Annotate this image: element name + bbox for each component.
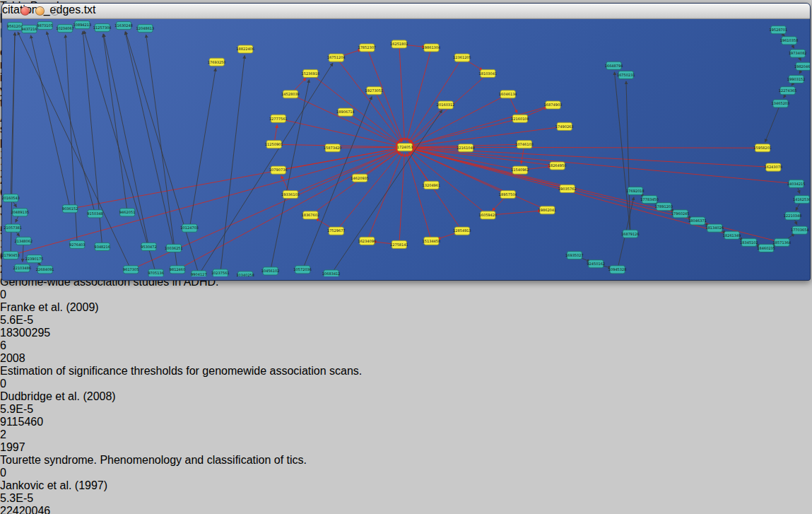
graph-node[interactable]: 10572036: [293, 266, 312, 274]
graph-node[interactable]: 22684091: [36, 266, 54, 274]
zoom-window-button[interactable]: [50, 6, 59, 16]
graph-node[interactable]: 9812460: [170, 266, 185, 274]
graph-node[interactable]: 17529677: [327, 227, 346, 235]
graph-node[interactable]: 15134458: [423, 237, 441, 245]
graph-node[interactable]: 1724053: [397, 144, 413, 151]
table-cell[interactable]: 0: [0, 378, 812, 390]
graph-node[interactable]: 13465203: [772, 100, 790, 107]
graph-node[interactable]: 21348062: [15, 237, 33, 245]
graph-node[interactable]: 11257304: [93, 24, 112, 32]
graph-node[interactable]: 14528039: [281, 90, 300, 98]
graph-canvas[interactable]: 1724053162518021986130412361205181030411…: [2, 19, 810, 276]
graph-node[interactable]: 19336103: [281, 190, 300, 198]
graph-node[interactable]: 9530472: [141, 243, 156, 250]
graph-node[interactable]: 21057381: [4, 224, 22, 232]
table-cell[interactable]: 0: [0, 467, 812, 479]
graph-node[interactable]: 10340258: [236, 271, 254, 277]
graph-node[interactable]: 13204961: [423, 181, 441, 189]
graph-node[interactable]: 11540962: [511, 166, 529, 174]
graph-node[interactable]: 16059420: [479, 211, 498, 219]
graph-node[interactable]: 19862041: [539, 206, 557, 214]
graph-node[interactable]: 9348216: [94, 243, 110, 250]
graph-node[interactable]: 18134026: [705, 224, 724, 232]
graph-node[interactable]: 20160543: [2, 194, 20, 202]
close-window-button[interactable]: [20, 6, 30, 16]
graph-node[interactable]: 9150348: [87, 210, 102, 218]
graph-node[interactable]: 9904127: [191, 271, 206, 277]
graph-node[interactable]: 18460235: [757, 244, 775, 252]
graph-node[interactable]: 18957504: [499, 190, 517, 198]
graph-node[interactable]: 20160312: [437, 101, 455, 109]
graph-node[interactable]: 10456102: [261, 267, 280, 275]
table-cell[interactable]: 5.3E-5: [0, 492, 812, 505]
graph-node[interactable]: 12274365: [779, 87, 797, 95]
graph-node[interactable]: 21790453: [2, 252, 20, 259]
graph-node[interactable]: 12361205: [453, 54, 471, 62]
table-cell[interactable]: Tourette syndrome. Phenomenology and cla…: [0, 454, 812, 467]
table-cell[interactable]: Franke et al. (2009): [0, 301, 812, 314]
table-cell[interactable]: 2: [0, 428, 812, 441]
table-row[interactable]: 2242004622012Investigating the contribut…: [0, 505, 812, 514]
graph-node[interactable]: 15236918: [301, 69, 319, 77]
graph-node[interactable]: 15873420: [324, 144, 342, 152]
graph-node[interactable]: 12758141: [390, 240, 408, 248]
graph-node[interactable]: 15958201: [753, 144, 772, 152]
graph-node[interactable]: 14034215: [787, 180, 806, 187]
graph-node[interactable]: 18822406: [236, 45, 254, 53]
table-row[interactable]: 1830029562008Estimation of significance …: [0, 327, 812, 416]
graph-node[interactable]: 16046134: [499, 90, 517, 98]
graph-node[interactable]: 11250901: [265, 141, 283, 148]
graph-node[interactable]: 19273051: [365, 87, 384, 95]
window-titlebar[interactable]: citations_edges.txt: [2, 4, 810, 19]
graph-node[interactable]: 10036251: [165, 244, 183, 252]
graph-node[interactable]: 19610358: [780, 37, 799, 45]
graph-node[interactable]: 10894213: [73, 21, 92, 29]
graph-node[interactable]: 16935027: [565, 252, 584, 259]
graph-node[interactable]: 18103041: [479, 69, 498, 77]
graph-node[interactable]: 18261349: [723, 231, 741, 239]
graph-node[interactable]: 9462051: [119, 209, 135, 216]
graph-node[interactable]: 16874903: [544, 101, 563, 109]
graph-node[interactable]: 18906714: [336, 108, 355, 116]
table-row[interactable]: 911546021997Tourette syndrome. Phenomeno…: [0, 416, 812, 505]
graph-node[interactable]: 10683412: [322, 270, 341, 277]
graph-node[interactable]: 9561204: [7, 23, 23, 30]
graph-node[interactable]: 12210348: [784, 212, 802, 220]
graph-node[interactable]: 19035762: [558, 185, 577, 192]
graph-node[interactable]: 17891203: [655, 203, 673, 211]
graph-node[interactable]: 19903152: [787, 75, 806, 83]
graph-node[interactable]: 10234067: [56, 25, 74, 33]
graph-node[interactable]: 17960245: [671, 210, 690, 218]
graph-node[interactable]: 17703654: [791, 226, 809, 234]
table-cell[interactable]: 5.6E-5: [0, 314, 812, 327]
graph-node[interactable]: 12854913: [453, 227, 471, 235]
graph-node[interactable]: 19820463: [794, 62, 810, 70]
graph-node[interactable]: 9705136: [148, 269, 163, 277]
graph-node[interactable]: 9437216: [21, 25, 37, 33]
graph-node[interactable]: 9873105: [37, 22, 52, 30]
graph-node[interactable]: 10746103: [515, 141, 534, 148]
table-cell[interactable]: 1997: [0, 441, 812, 454]
graph-node[interactable]: 11630248: [114, 22, 133, 30]
graph-node[interactable]: 18345102: [740, 238, 758, 246]
graph-node[interactable]: 12160108: [511, 115, 529, 122]
graph-node[interactable]: 10124703: [180, 224, 199, 232]
graph-node[interactable]: 18571364: [773, 238, 792, 246]
graph-node[interactable]: 22103486: [13, 264, 31, 272]
graph-node[interactable]: 92450162: [587, 260, 605, 268]
graph-node[interactable]: 17490263: [555, 122, 574, 130]
graph-node[interactable]: 16751204: [327, 54, 346, 62]
graph-node[interactable]: 14620935: [351, 174, 369, 182]
graph-node[interactable]: 19861304: [423, 44, 441, 52]
graph-node[interactable]: 18046371: [688, 217, 707, 225]
table-cell[interactable]: 22420046: [0, 505, 812, 514]
graph-node[interactable]: 9036152: [62, 205, 78, 213]
table-cell[interactable]: Estimation of significance thresholds fo…: [0, 365, 812, 378]
graph-node[interactable]: 17692018: [626, 187, 645, 194]
minimize-window-button[interactable]: [35, 6, 45, 16]
graph-node[interactable]: 12048613: [136, 25, 155, 33]
graph-node[interactable]: 16234096: [358, 237, 376, 245]
graph-node[interactable]: 22390175: [25, 255, 44, 263]
table-cell[interactable]: Jankovic et al. (1997): [0, 479, 812, 492]
graph-node[interactable]: 16750231: [617, 71, 635, 78]
